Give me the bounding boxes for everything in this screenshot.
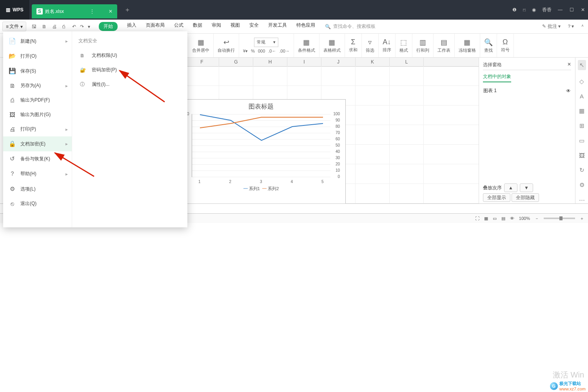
number-format-combo[interactable]: 常规▾: [254, 38, 278, 47]
col-header[interactable]: I: [287, 58, 321, 66]
tab-insert[interactable]: 插入: [127, 22, 136, 31]
wps-home-tab[interactable]: ▥ WPS: [0, 0, 29, 20]
file-menu-item[interactable]: 🗎另存为(A)▸: [3, 78, 72, 93]
reading-view-icon[interactable]: ▤: [501, 216, 505, 221]
zoom-out-icon[interactable]: －: [535, 216, 539, 221]
hide-all-button[interactable]: 全部隐藏: [512, 193, 539, 202]
print-icon[interactable]: 🖨: [52, 24, 57, 29]
redo-icon[interactable]: ↷: [80, 24, 84, 29]
comma-icon[interactable]: 000: [258, 49, 265, 54]
merge-cells-button[interactable]: ▦合并居中: [188, 34, 214, 57]
file-menu-item[interactable]: ⎙输出为PDF(F): [3, 93, 72, 107]
close-tab-icon[interactable]: ✕: [109, 9, 113, 14]
currency-icon[interactable]: ¥▾: [243, 49, 248, 54]
normal-view-icon[interactable]: ▦: [484, 216, 488, 221]
close-window-icon[interactable]: ✕: [581, 7, 585, 13]
filter-button[interactable]: ▿筛选: [362, 34, 379, 57]
shape-icon[interactable]: ◇: [579, 78, 584, 85]
menu-item-icon: ⓘ: [80, 81, 87, 88]
clipboard-icon[interactable]: ▭: [579, 137, 584, 144]
maximize-icon[interactable]: ☐: [570, 7, 574, 13]
move-up-button[interactable]: ▲: [504, 183, 517, 192]
menu-item-icon: 🗎: [9, 82, 16, 89]
tab-layout[interactable]: 页面布局: [146, 22, 165, 31]
cloud-icon[interactable]: ⏍: [523, 7, 526, 13]
file-menu-item[interactable]: 🖼输出为图片(G): [3, 107, 72, 122]
inc-decimal-icon[interactable]: .0←: [268, 49, 276, 54]
zoom-slider[interactable]: [544, 218, 575, 219]
symbol-button[interactable]: Ω符号: [497, 34, 514, 57]
fullscreen-icon[interactable]: ⛶: [475, 216, 479, 221]
save-icon[interactable]: 🖫: [32, 24, 36, 29]
window-number-icon[interactable]: ❶: [512, 7, 517, 13]
file-menu-item[interactable]: ⎋退出(Q): [3, 196, 72, 211]
close-panel-icon[interactable]: ✕: [567, 62, 571, 68]
embedded-chart[interactable]: 图表标题 00101020203030404050506060707080809…: [176, 99, 346, 203]
move-down-button[interactable]: ▼: [520, 183, 533, 192]
worksheet-button[interactable]: ▤工作表: [434, 34, 455, 57]
table-icon[interactable]: ▦: [579, 107, 584, 114]
menu-item-icon: ⎙: [9, 97, 16, 103]
tab-devtools[interactable]: 开发工具: [268, 22, 287, 31]
help-icon[interactable]: ？▾: [567, 23, 574, 30]
menu-item-label: 输出为PDF(F): [20, 97, 50, 103]
table-style-button[interactable]: ▦表格样式: [319, 34, 345, 57]
text-icon[interactable]: A: [580, 93, 584, 100]
select-icon[interactable]: ↖: [578, 60, 586, 70]
more-icon[interactable]: ⋯: [579, 196, 585, 203]
submenu-item[interactable]: 🗎文档权限(U): [78, 48, 181, 63]
sort-button[interactable]: A↓排序: [379, 34, 396, 57]
preview-icon[interactable]: ⎙: [62, 24, 65, 29]
tab-review[interactable]: 审阅: [212, 22, 221, 31]
file-menu-item[interactable]: ⚙选项(L): [3, 181, 72, 196]
rowcol-button[interactable]: ▥行和列: [412, 34, 434, 57]
file-menu-item[interactable]: 📄新建(N)▸: [3, 34, 72, 49]
percent-icon[interactable]: %: [251, 49, 255, 54]
zoom-in-icon[interactable]: ＋: [580, 216, 584, 221]
user-avatar-icon[interactable]: ◉: [532, 7, 536, 13]
page-view-icon[interactable]: ▭: [493, 216, 497, 221]
tab-special[interactable]: 特色应用: [296, 22, 315, 31]
col-header[interactable]: L: [390, 58, 424, 66]
show-all-button[interactable]: 全部显示: [483, 193, 510, 202]
eye-icon[interactable]: 👁: [510, 216, 514, 221]
undo-icon[interactable]: ↶: [72, 24, 76, 29]
annotate-button[interactable]: ✎ 批注 ▾: [542, 23, 561, 30]
file-menu-item[interactable]: 🖨打印(P)▸: [3, 122, 72, 136]
tab-data[interactable]: 数据: [193, 22, 202, 31]
save-as-icon[interactable]: 🗎: [42, 24, 47, 29]
format-button[interactable]: ⬚格式: [396, 34, 412, 57]
freeze-button[interactable]: ▦冻结窗格: [455, 34, 480, 57]
history-icon[interactable]: ↻: [579, 167, 584, 174]
collapse-ribbon-icon[interactable]: ＾: [580, 23, 585, 30]
chevron-down-icon[interactable]: ▾: [88, 24, 90, 29]
sum-button[interactable]: Σ求和: [345, 34, 362, 57]
col-header[interactable]: H: [253, 58, 287, 66]
tab-view[interactable]: 视图: [230, 22, 240, 31]
object-list-item[interactable]: 图表 1 👁: [483, 85, 571, 96]
gallery-icon[interactable]: ⊞: [579, 122, 584, 129]
command-search[interactable]: 🔍 查找命令、搜索模板: [325, 23, 376, 30]
file-menu-item[interactable]: 📂打开(O): [3, 49, 72, 64]
merge-icon: ▦: [198, 38, 204, 47]
dec-decimal-icon[interactable]: .00→: [279, 49, 289, 54]
tab-security[interactable]: 安全: [249, 22, 259, 31]
visibility-icon[interactable]: 👁: [566, 88, 571, 94]
wrap-text-button[interactable]: ↩自动换行: [214, 34, 239, 57]
document-tab[interactable]: S 姓名.xlsx ⋮ ✕: [32, 4, 117, 18]
minimize-icon[interactable]: —: [558, 7, 563, 13]
cond-format-button[interactable]: ▦条件格式: [294, 34, 319, 57]
col-header[interactable]: J: [321, 58, 356, 66]
col-header[interactable]: G: [219, 58, 253, 66]
col-header[interactable]: F: [185, 58, 219, 66]
image-icon[interactable]: 🖼: [579, 152, 585, 159]
tab-start[interactable]: 开始: [99, 22, 118, 31]
file-menu-button[interactable]: ≡ 文件 ▾: [2, 22, 26, 31]
col-header[interactable]: K: [356, 58, 390, 66]
settings-icon[interactable]: ⚙: [579, 181, 584, 189]
new-tab-button[interactable]: ＋: [124, 6, 131, 14]
tab-options-icon[interactable]: ⋮: [90, 9, 94, 14]
find-button[interactable]: 🔍查找: [480, 34, 497, 57]
tab-formula[interactable]: 公式: [174, 22, 183, 31]
file-menu-item[interactable]: 💾保存(S): [3, 64, 72, 78]
